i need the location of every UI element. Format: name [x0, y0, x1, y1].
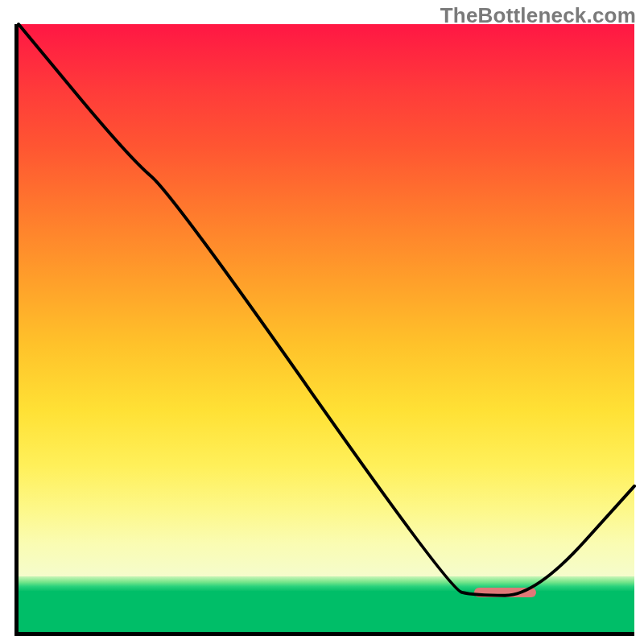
curve-svg	[19, 24, 634, 632]
chart-stage: TheBottleneck.com	[0, 0, 644, 644]
bottleneck-curve	[19, 24, 634, 596]
plot-frame	[14, 24, 634, 636]
